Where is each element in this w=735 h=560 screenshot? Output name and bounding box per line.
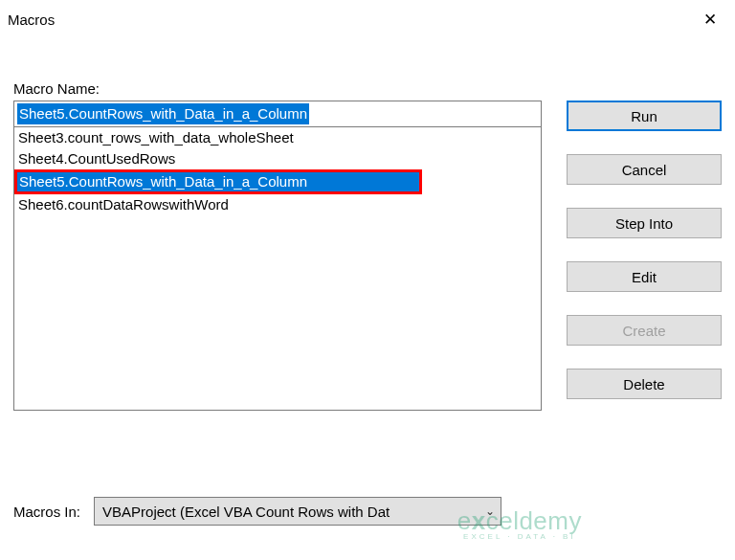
- list-item[interactable]: Sheet6.countDataRowswithWord: [14, 194, 541, 215]
- macro-name-input[interactable]: Sheet5.CountRows_with_Data_in_a_Column: [13, 101, 542, 127]
- list-item[interactable]: Sheet5.CountRows_with_Data_in_a_Column: [14, 169, 422, 194]
- macro-name-value: Sheet5.CountRows_with_Data_in_a_Column: [17, 103, 309, 124]
- watermark-sub: EXCEL · DATA · BI: [457, 532, 582, 541]
- macros-in-row: Macros In: VBAProject (Excel VBA Count R…: [13, 497, 501, 526]
- delete-button[interactable]: Delete: [567, 369, 722, 399]
- button-column: Run Cancel Step Into Edit Create Delete: [567, 80, 722, 411]
- macros-in-label: Macros In:: [13, 504, 80, 520]
- titlebar: Macros ✕: [0, 0, 735, 34]
- step-into-button[interactable]: Step Into: [567, 208, 722, 238]
- cancel-button[interactable]: Cancel: [567, 154, 722, 185]
- left-column: Macro Name: Sheet5.CountRows_with_Data_i…: [13, 80, 542, 411]
- dialog-content: Macro Name: Sheet5.CountRows_with_Data_i…: [0, 34, 735, 411]
- list-item[interactable]: Sheet3.count_rows_with_data_wholeSheet: [14, 127, 541, 148]
- run-button[interactable]: Run: [567, 101, 722, 131]
- edit-button[interactable]: Edit: [567, 261, 722, 292]
- macros-in-value: VBAProject (Excel VBA Count Rows with Da…: [102, 504, 390, 520]
- close-button[interactable]: ✕: [689, 5, 731, 34]
- list-item[interactable]: Sheet4.CountUsedRows: [14, 148, 541, 169]
- create-button: Create: [567, 315, 722, 346]
- window-title: Macros: [8, 11, 55, 28]
- chevron-down-icon: ⌄: [485, 504, 495, 518]
- close-icon: ✕: [703, 10, 717, 30]
- macros-in-dropdown[interactable]: VBAProject (Excel VBA Count Rows with Da…: [94, 497, 501, 526]
- macro-list[interactable]: Sheet3.count_rows_with_data_wholeSheet S…: [13, 127, 542, 411]
- macro-name-label: Macro Name:: [13, 80, 542, 97]
